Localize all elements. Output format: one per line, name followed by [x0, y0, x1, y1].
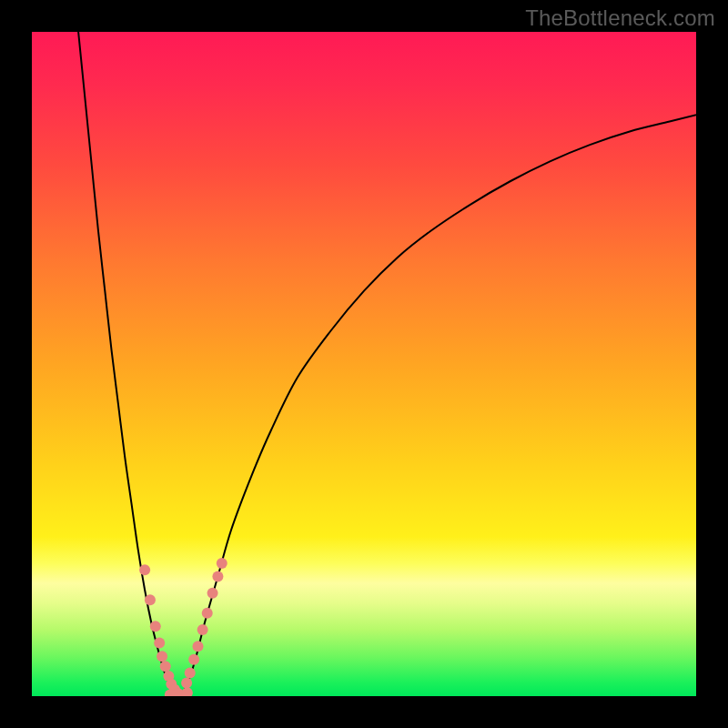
plot-area	[32, 32, 696, 696]
data-dot	[217, 558, 228, 569]
data-dot	[197, 624, 208, 635]
bottleneck-curve	[78, 32, 696, 696]
data-dot	[193, 641, 204, 652]
chart-frame: TheBottleneck.com	[0, 0, 728, 728]
data-dot	[181, 677, 192, 688]
data-dot	[188, 654, 199, 665]
data-dot	[150, 621, 161, 632]
data-dots	[139, 558, 228, 696]
data-dot	[182, 687, 193, 696]
data-dot	[154, 638, 165, 649]
data-dot	[207, 588, 218, 599]
data-dot	[202, 608, 213, 619]
chart-svg	[32, 32, 696, 696]
data-dot	[212, 571, 223, 582]
data-dot	[157, 651, 167, 662]
watermark-text: TheBottleneck.com	[525, 5, 715, 31]
data-dot	[139, 564, 150, 575]
data-dot	[145, 594, 156, 605]
data-dot	[185, 667, 196, 678]
data-dot	[160, 661, 171, 672]
